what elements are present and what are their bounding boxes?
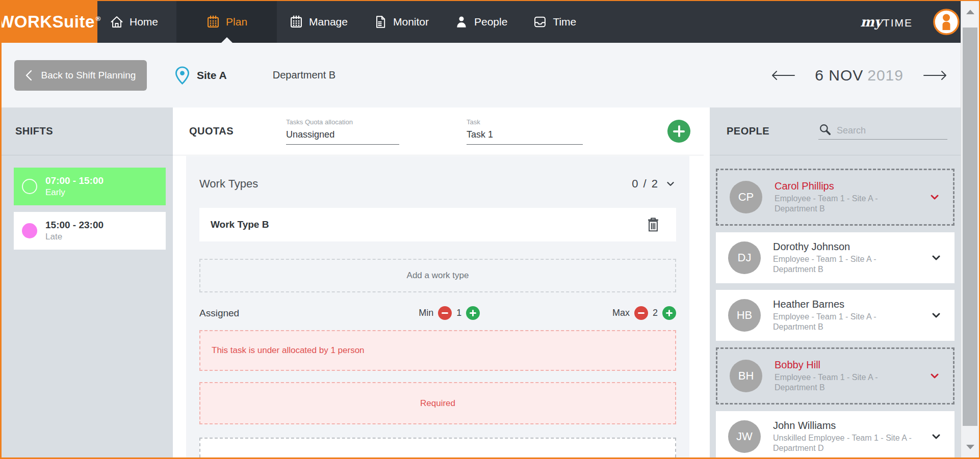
back-chevron-icon [25,70,32,81]
max-value: 2 [653,308,658,318]
scroll-up-arrow[interactable] [961,3,979,20]
tasks-quota-allocation-dropdown[interactable]: Tasks Quota allocation Unassigned [286,118,399,145]
nav-label-manage: Manage [309,16,348,28]
expand-chevron-icon[interactable] [930,430,942,443]
active-tab-caret [221,37,233,43]
work-type-row[interactable]: Work Type B [199,208,676,241]
task-dropdown[interactable]: Task Task 1 [467,118,583,145]
person-card-dorothy-johnson[interactable]: DJ Dorothy Johnson Employee - Team 1 - S… [716,232,955,283]
add-quota-button[interactable] [667,120,690,143]
quotas-title: QUOTAS [189,125,234,137]
shift-color-dot [22,179,37,194]
user-avatar[interactable] [933,9,960,35]
logo-reg-mark: ® [96,15,101,22]
person-subtitle: Employee - Team 1 - Site A - Department … [775,194,916,214]
person-name: Dorothy Johnson [773,241,918,253]
person-card-bobby-hill[interactable]: BH Bobby Hill Employee - Team 1 - Site A… [716,347,955,404]
expand-chevron-icon[interactable] [930,309,942,321]
avatar: JW [728,420,761,453]
under-allocated-warning: This task is under allocated by 1 person [199,330,676,371]
mytime-my-text: my [860,14,882,30]
plan-calendar-icon [206,15,220,29]
search-icon [818,123,832,136]
add-work-type-dropzone[interactable]: Add a work type [199,259,676,292]
shift-list: 07:00 - 15:00 Early 15:00 - 23:00 Late [2,155,173,250]
work-type-name: Work Type B [211,219,269,230]
people-header: PEOPLE [710,107,961,155]
people-title: PEOPLE [727,125,769,137]
date-year: 2019 [867,67,904,84]
avatar: HB [728,299,761,332]
expand-chevron-icon[interactable] [929,370,941,382]
main-content: SHIFTS 07:00 - 15:00 Early 15:00 - 23:00… [2,107,961,457]
nav-item-manage[interactable]: Manage [289,1,348,43]
shift-color-dot [22,223,37,238]
person-subtitle: Employee - Team 1 - Site A - Department … [773,312,918,332]
work-types-header: Work Types 0 / 2 [199,177,676,191]
date-day: 6 NOV [815,67,863,84]
expand-chevron-icon[interactable] [930,252,942,264]
min-decrement-button[interactable] [438,306,452,320]
mytime-time-text: TIME [883,17,913,29]
nav-label-home: Home [130,16,158,28]
quotas-header: QUOTAS Tasks Quota allocation Unassigned… [173,107,704,155]
required-dropzone: Required [199,382,676,424]
collapse-chevron-icon[interactable] [665,178,676,190]
people-list: CP Carol Phillips Employee - Team 1 - Si… [710,155,961,459]
next-day-button[interactable] [921,67,949,84]
monitor-document-icon [373,15,388,29]
vertical-scrollbar[interactable] [961,1,979,457]
add-work-type-label: Add a work type [407,271,469,281]
max-increment-button[interactable] [662,306,676,320]
current-date: 6 NOV2019 [815,67,904,84]
empty-dropzone[interactable] [199,438,676,457]
assigned-label: Assigned [199,308,239,319]
nav-item-home[interactable]: Home [110,1,158,43]
dropdown-value: Task 1 [467,129,493,140]
min-control: Min 1 [419,306,480,320]
expand-chevron-icon[interactable] [929,191,941,203]
mytime-link[interactable]: myTIME [860,14,913,30]
scrollbar-thumb[interactable] [963,28,977,426]
back-to-shift-planning-button[interactable]: Back to Shift Planning [14,60,147,91]
nav-item-time[interactable]: Time [533,1,576,43]
shift-card-late[interactable]: 15:00 - 23:00 Late [14,212,166,250]
min-increment-button[interactable] [466,306,480,320]
person-card-carol-phillips[interactable]: CP Carol Phillips Employee - Team 1 - Si… [716,169,955,226]
people-panel: PEOPLE CP Carol Phillips [704,107,961,457]
person-subtitle: Employee - Team 1 - Site A - Department … [773,254,918,275]
warning-text: This task is under allocated by 1 person [212,345,365,356]
nav-item-monitor[interactable]: Monitor [373,1,429,43]
person-card-john-williams[interactable]: JW John Williams Unskilled Employee - Te… [716,411,955,459]
nav-label-people: People [474,16,507,28]
site-label: Site A [197,69,227,82]
nav-item-people[interactable]: People [454,1,507,43]
search-input[interactable] [837,125,929,136]
dropdown-label: Task [467,118,583,126]
time-tray-icon [533,15,547,29]
avatar: CP [730,181,762,213]
top-nav: WORKSuite® Home [2,1,961,43]
scroll-down-arrow[interactable] [961,438,979,455]
date-navigator: 6 NOV2019 [769,67,949,84]
previous-day-button[interactable] [769,67,797,84]
shifts-header: SHIFTS [2,107,173,155]
nav-item-plan[interactable]: Plan [176,1,277,43]
dropdown-value: Unassigned [286,129,334,140]
person-name: Carol Phillips [775,180,916,192]
assigned-row: Assigned Min 1 Max 2 [199,306,676,320]
person-card-heather-barnes[interactable]: HB Heather Barnes Employee - Team 1 - Si… [716,290,955,341]
shifts-title: SHIFTS [15,125,53,137]
nav-label-plan: Plan [226,16,247,28]
nav-label-monitor: Monitor [393,16,429,28]
shift-card-early[interactable]: 07:00 - 15:00 Early [14,168,166,205]
min-label: Min [419,308,433,318]
max-decrement-button[interactable] [634,306,648,320]
shifts-panel: SHIFTS 07:00 - 15:00 Early 15:00 - 23:00… [2,107,173,457]
person-name: Heather Barnes [773,299,918,310]
avatar: BH [730,360,762,392]
max-label: Max [612,308,630,318]
trash-icon[interactable] [646,217,661,233]
quotas-panel: QUOTAS Tasks Quota allocation Unassigned… [173,107,704,457]
shift-time: 15:00 - 23:00 [45,220,104,231]
